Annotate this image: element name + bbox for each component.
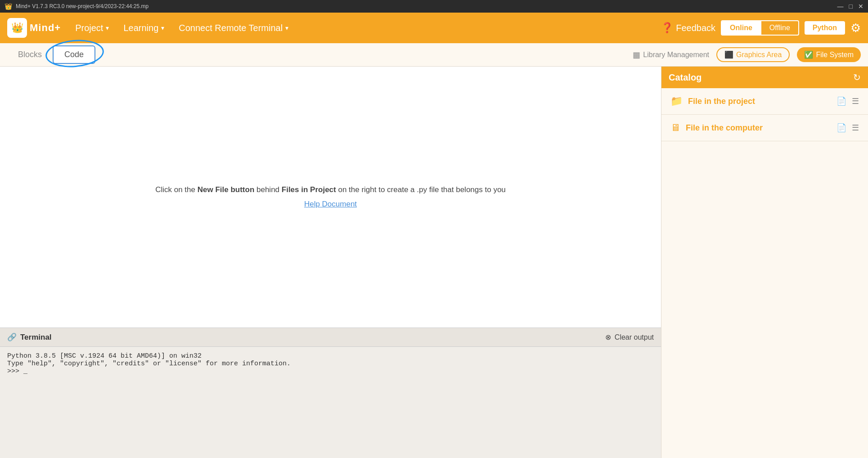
editor-main: Click on the New File button behind File…	[0, 67, 661, 328]
logo-icon: 👑	[7, 18, 27, 38]
computer-actions: 📄 ☰	[837, 123, 859, 133]
code-tab[interactable]: Code	[53, 45, 95, 64]
logo: 👑 Mind+	[7, 18, 61, 38]
graphics-icon: ⬛	[724, 50, 733, 59]
catalog-refresh-button[interactable]: ↻	[853, 72, 861, 83]
nav-learning[interactable]: Learning ▾	[116, 13, 171, 43]
nav-learning-label: Learning	[123, 23, 158, 33]
terminal-content: Python 3.8.5 [MSC v.1924 64 bit AMD64)] …	[0, 347, 661, 458]
editor-area: Click on the New File button behind File…	[0, 67, 661, 458]
terminal-title: 🔗 Terminal	[7, 332, 52, 342]
feedback-label: Feedback	[676, 23, 715, 33]
offline-button[interactable]: Offline	[761, 21, 798, 35]
project-actions: 📄 ☰	[837, 96, 859, 106]
editor-hint: Click on the New File button behind File…	[155, 185, 506, 194]
clear-output-button[interactable]: ⊗ Clear output	[605, 333, 654, 341]
nav-learning-arrow: ▾	[161, 24, 164, 31]
project-menu-button[interactable]: ☰	[852, 96, 859, 106]
file-system-button[interactable]: ✅ File System	[797, 47, 861, 62]
project-folder-label: File in the project	[688, 97, 831, 106]
clear-icon: ⊗	[605, 333, 611, 341]
library-management-button[interactable]: ▦ Library Management	[633, 50, 709, 60]
blocks-tab[interactable]: Blocks	[7, 46, 53, 63]
catalog-item-project: 📁 File in the project 📄 ☰	[661, 88, 868, 115]
maximize-button[interactable]: □	[849, 3, 853, 10]
clear-label: Clear output	[615, 333, 654, 341]
nav-project-label: Project	[75, 23, 103, 33]
close-button[interactable]: ✕	[858, 3, 864, 10]
computer-menu-button[interactable]: ☰	[852, 123, 859, 133]
terminal-line2: Type "help", "copyright", "credits" or "…	[7, 360, 654, 368]
terminal-link-icon: 🔗	[7, 332, 17, 342]
computer-new-file-button[interactable]: 📄	[837, 123, 846, 133]
toolbar-right: ▦ Library Management ⬛ Graphics Area ✅ F…	[633, 47, 861, 62]
navbar: 👑 Mind+ Project ▾ Learning ▾ Connect Rem…	[0, 13, 868, 43]
main-layout: Click on the New File button behind File…	[0, 67, 868, 458]
settings-button[interactable]: ⚙	[850, 21, 861, 35]
terminal-line3: >>> _	[7, 368, 654, 375]
hint-bold2: Files in Project	[282, 185, 336, 194]
graphics-label: Graphics Area	[736, 51, 782, 59]
code-tab-wrapper: Code	[53, 45, 95, 64]
titlebar: 👑 Mind+ V1.7.3 RC3.0 new-project-9/4/202…	[0, 0, 868, 13]
terminal-label: Terminal	[20, 333, 52, 342]
computer-folder-label: File in the computer	[686, 123, 831, 133]
terminal-line1: Python 3.8.5 [MSC v.1924 64 bit AMD64)] …	[7, 352, 654, 360]
navbar-right: ❓ Feedback Online Offline Python ⚙	[661, 20, 861, 36]
titlebar-title: Mind+ V1.7.3 RC3.0 new-project-9/4/2023-…	[16, 3, 148, 9]
hint-bold1: New File button	[198, 185, 255, 194]
secondary-toolbar: Blocks Code ▦ Library Management ⬛ Graph…	[0, 43, 868, 67]
project-new-file-button[interactable]: 📄	[837, 96, 846, 106]
terminal-panel: 🔗 Terminal ⊗ Clear output Python 3.8.5 […	[0, 328, 661, 458]
graphics-area-button[interactable]: ⬛ Graphics Area	[716, 47, 790, 62]
computer-folder-icon: 🖥	[670, 122, 680, 134]
library-icon: ▦	[633, 50, 640, 60]
logo-text: Mind+	[30, 22, 61, 34]
catalog-header: Catalog ↻	[661, 67, 868, 88]
nav-remote-label: Connect Remote Terminal	[179, 23, 283, 33]
nav-remote-terminal[interactable]: Connect Remote Terminal ▾	[171, 13, 296, 43]
nav-remote-arrow: ▾	[285, 24, 288, 31]
mode-toggle: Online Offline	[721, 20, 799, 36]
help-link[interactable]: Help Document	[304, 200, 357, 209]
project-folder-icon: 📁	[670, 95, 683, 107]
catalog-title: Catalog	[669, 72, 702, 83]
app-icon: 👑	[4, 3, 12, 10]
catalog-item-computer: 🖥 File in the computer 📄 ☰	[661, 115, 868, 141]
right-sidebar: Catalog ↻ 📁 File in the project 📄 ☰ 🖥 Fi…	[661, 67, 868, 458]
terminal-header: 🔗 Terminal ⊗ Clear output	[0, 328, 661, 347]
nav-project[interactable]: Project ▾	[68, 13, 116, 43]
file-system-icon: ✅	[804, 50, 813, 59]
online-button[interactable]: Online	[722, 21, 760, 35]
language-button[interactable]: Python	[805, 21, 845, 35]
nav-project-arrow: ▾	[106, 24, 109, 31]
file-system-label: File System	[816, 51, 854, 59]
feedback-button[interactable]: ❓ Feedback	[661, 22, 715, 34]
library-label: Library Management	[643, 51, 709, 59]
feedback-icon: ❓	[661, 22, 673, 34]
minimize-button[interactable]: —	[837, 3, 844, 10]
window-controls: — □ ✕	[837, 3, 864, 10]
